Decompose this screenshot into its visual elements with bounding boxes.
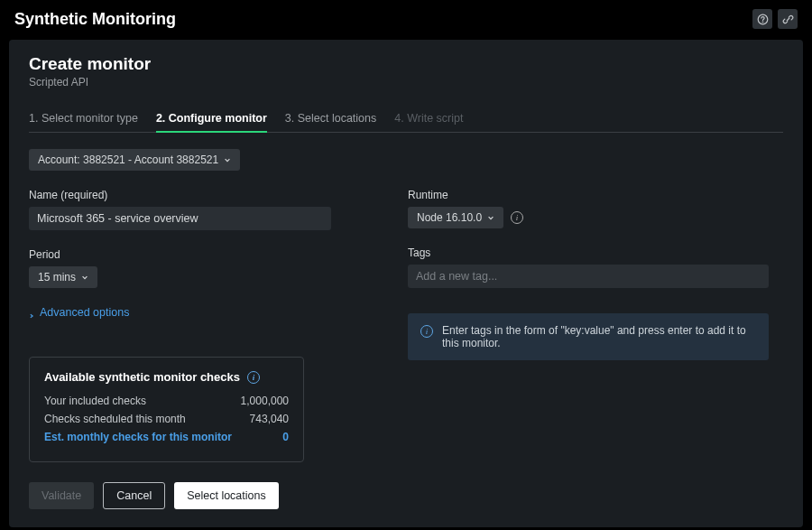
tab-select-type[interactable]: 1. Select monitor type — [29, 105, 151, 132]
chevron-down-icon — [487, 214, 494, 221]
panel-title: Create monitor — [29, 54, 783, 74]
tags-hint: i Enter tags in the form of "key:value" … — [408, 313, 769, 360]
wizard-tabs: 1. Select monitor type 2. Configure moni… — [29, 105, 783, 133]
period-value: 15 mins — [38, 271, 76, 284]
runtime-value: Node 16.10.0 — [417, 211, 482, 224]
tab-write-script: 4. Write script — [394, 105, 475, 132]
period-select[interactable]: 15 mins — [29, 266, 97, 288]
panel-subtitle: Scripted API — [29, 76, 783, 88]
help-icon[interactable] — [752, 9, 772, 29]
cancel-button[interactable]: Cancel — [103, 482, 165, 509]
checks-card: Available synthetic monitor checks i You… — [29, 357, 304, 462]
info-icon: i — [420, 325, 433, 338]
info-icon[interactable]: i — [247, 371, 260, 384]
advanced-options-label: Advanced options — [40, 306, 129, 319]
page-title: Synthetic Monitoring — [14, 10, 176, 29]
chevron-down-icon — [81, 274, 88, 281]
tags-hint-text: Enter tags in the form of "key:value" an… — [442, 324, 756, 349]
runtime-select[interactable]: Node 16.10.0 — [408, 207, 503, 228]
tags-label: Tags — [408, 246, 783, 259]
validate-button: Validate — [29, 482, 94, 509]
advanced-options-toggle[interactable]: Advanced options — [29, 306, 363, 319]
chevron-down-icon — [224, 156, 231, 163]
checks-row-included: Your included checks 1,000,000 — [44, 395, 289, 407]
tab-select-locations[interactable]: 3. Select locations — [285, 105, 389, 132]
period-label: Period — [29, 248, 363, 261]
checks-title: Available synthetic monitor checks — [44, 370, 240, 384]
chevron-right-icon — [29, 310, 34, 315]
checks-row-scheduled: Checks scheduled this month 743,040 — [44, 413, 289, 425]
runtime-label: Runtime — [408, 189, 783, 201]
checks-row-estimate: Est. monthly checks for this monitor 0 — [44, 431, 289, 443]
name-input[interactable] — [29, 207, 331, 230]
account-label: Account: 3882521 - Account 3882521 — [38, 153, 218, 166]
info-icon[interactable]: i — [511, 211, 523, 224]
svg-point-1 — [762, 22, 763, 23]
link-icon[interactable] — [778, 9, 798, 29]
tags-input[interactable] — [408, 265, 769, 288]
account-selector[interactable]: Account: 3882521 - Account 3882521 — [29, 149, 240, 171]
select-locations-button[interactable]: Select locations — [174, 482, 279, 509]
name-label: Name (required) — [29, 189, 363, 201]
tab-configure[interactable]: 2. Configure monitor — [156, 105, 280, 132]
